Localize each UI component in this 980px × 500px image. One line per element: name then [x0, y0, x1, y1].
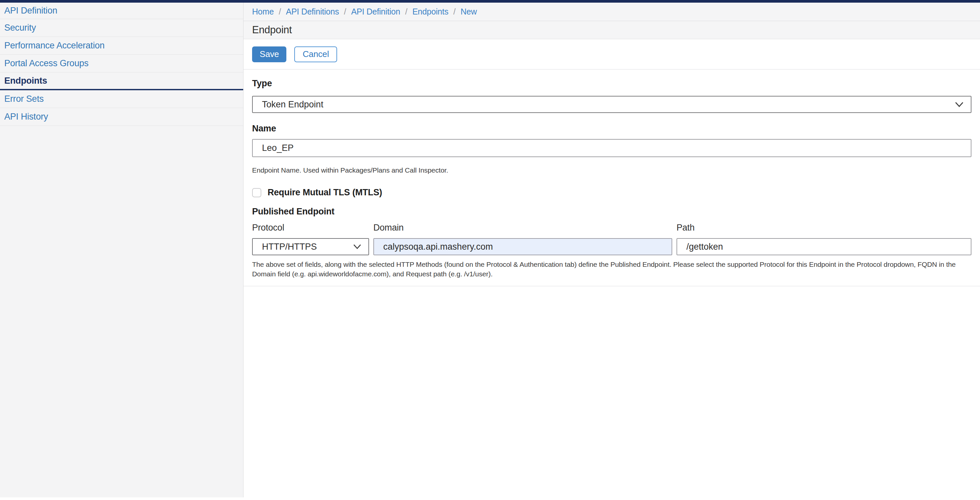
top-accent-bar [0, 0, 980, 3]
sidebar-item-error-sets[interactable]: Error Sets [0, 90, 243, 108]
sidebar-item-portal-access-groups[interactable]: Portal Access Groups [0, 55, 243, 73]
sidebar-item-label: API History [4, 112, 48, 122]
name-label: Name [252, 124, 971, 134]
save-button[interactable]: Save [252, 46, 286, 62]
protocol-select[interactable]: HTTP/HTTPS [252, 238, 369, 255]
sidebar-item-label: API Definition [4, 6, 57, 16]
breadcrumb-current-new: New [461, 7, 477, 16]
type-field-group: Type Token Endpoint [252, 78, 971, 113]
sidebar-item-label: Portal Access Groups [4, 58, 89, 68]
name-help-text: Endpoint Name. Used within Packages/Plan… [252, 165, 971, 175]
endpoint-form: Type Token Endpoint Name Endpoint Name. … [243, 70, 980, 279]
type-select-value: Token Endpoint [262, 100, 323, 110]
name-field-group: Name Endpoint Name. Used within Packages… [252, 124, 971, 175]
breadcrumb-link-api-definitions[interactable]: API Definitions [286, 7, 339, 16]
sidebar-item-label: Error Sets [4, 94, 44, 104]
protocol-label: Protocol [252, 223, 369, 233]
sidebar: API Definition Security Performance Acce… [0, 3, 243, 497]
content-divider [243, 286, 980, 286]
actions-toolbar: Save Cancel [243, 39, 980, 70]
cancel-button[interactable]: Cancel [294, 46, 337, 62]
sidebar-item-endpoints[interactable]: Endpoints [0, 73, 243, 90]
breadcrumb-separator: / [344, 7, 346, 16]
main-content: Home / API Definitions / API Definition … [243, 3, 980, 497]
sidebar-item-api-definition[interactable]: API Definition [0, 3, 243, 19]
type-label: Type [252, 78, 971, 89]
published-endpoint-fields: Protocol HTTP/HTTPS Domain Path [252, 223, 971, 255]
published-endpoint-help-text: The above set of fields, along with the … [252, 260, 971, 279]
breadcrumb-separator: / [453, 7, 456, 16]
type-select[interactable]: Token Endpoint [252, 96, 971, 113]
sidebar-item-security[interactable]: Security [0, 19, 243, 37]
domain-label: Domain [373, 223, 672, 233]
protocol-field-group: Protocol HTTP/HTTPS [252, 223, 369, 255]
mtls-checkbox[interactable] [252, 188, 261, 197]
mtls-field-group: Require Mutual TLS (MTLS) [252, 187, 971, 198]
sidebar-item-label: Security [4, 23, 36, 33]
breadcrumb-separator: / [279, 7, 281, 16]
breadcrumb: Home / API Definitions / API Definition … [243, 3, 980, 21]
published-endpoint-heading: Published Endpoint [252, 206, 971, 217]
path-label: Path [676, 223, 971, 233]
app-frame: API Definition Security Performance Acce… [0, 3, 980, 497]
page-header: Endpoint [243, 21, 980, 39]
domain-field-group: Domain [373, 223, 672, 255]
protocol-select-value: HTTP/HTTPS [262, 242, 317, 252]
domain-input[interactable] [373, 238, 672, 255]
mtls-label: Require Mutual TLS (MTLS) [267, 187, 382, 198]
chevron-down-icon [353, 244, 361, 249]
sidebar-item-performance-acceleration[interactable]: Performance Acceleration [0, 37, 243, 55]
chevron-down-icon [955, 102, 964, 107]
breadcrumb-link-api-definition[interactable]: API Definition [351, 7, 400, 16]
breadcrumb-link-endpoints[interactable]: Endpoints [412, 7, 448, 16]
page-title: Endpoint [252, 24, 292, 36]
path-field-group: Path [676, 223, 971, 255]
path-input[interactable] [676, 238, 971, 255]
breadcrumb-link-home[interactable]: Home [252, 7, 274, 16]
sidebar-item-label: Endpoints [4, 76, 47, 86]
sidebar-item-label: Performance Acceleration [4, 41, 105, 51]
breadcrumb-separator: / [405, 7, 407, 16]
name-input[interactable] [252, 139, 971, 157]
sidebar-item-api-history[interactable]: API History [0, 108, 243, 126]
